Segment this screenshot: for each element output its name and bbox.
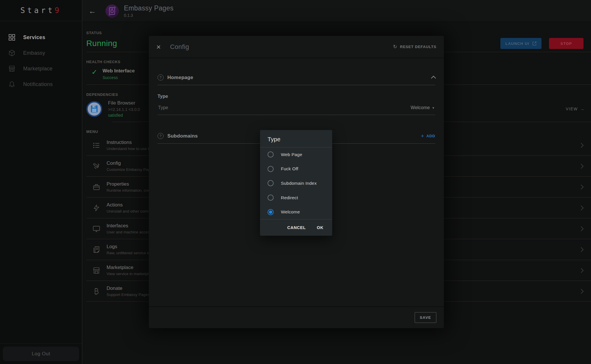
homepage-section-label: Homepage [167, 75, 193, 81]
chevron-right-icon [579, 205, 584, 210]
radio-icon [268, 166, 274, 172]
cancel-button[interactable]: CANCEL [287, 225, 306, 230]
dependency-view-link[interactable]: VIEW → [566, 107, 585, 111]
type-dialog-footer: CANCEL OK [260, 220, 332, 236]
radio-option-redirect[interactable]: Redirect [260, 191, 332, 205]
add-label: ADD [426, 134, 435, 138]
check-icon: ✓ [86, 68, 103, 80]
sidebar: Start9 Services Embassy [0, 0, 82, 364]
radio-option-label: Fuck Off [281, 166, 298, 171]
lightning-icon [86, 204, 107, 212]
logout-button[interactable]: Log Out [3, 347, 79, 361]
config-modal-header: × Config ↻ RESET DEFAULTS [149, 36, 444, 58]
caret-down-icon: ▾ [432, 106, 434, 110]
health-check-result: Success [103, 75, 135, 80]
help-icon[interactable]: ? [158, 133, 164, 139]
chevron-up-icon[interactable] [431, 76, 436, 81]
chevron-right-icon [579, 164, 584, 169]
type-group-label: Type [158, 94, 435, 99]
refresh-icon: ↻ [393, 44, 397, 50]
bitcoin-icon [86, 288, 107, 295]
logo-text: Start [21, 6, 55, 15]
type-dialog-title: Type [268, 136, 281, 142]
sidebar-nav: Services Embassy Marketplace [0, 21, 82, 91]
radio-option-label: Web Page [281, 152, 302, 157]
radio-option-fuck-off[interactable]: Fuck Off [260, 162, 332, 176]
sidebar-item-label: Marketplace [23, 66, 52, 72]
sidebar-item-services[interactable]: Services [0, 30, 82, 44]
radio-icon [268, 151, 274, 158]
type-field-value: Welcome [411, 105, 430, 110]
radio-icon [268, 180, 274, 186]
radio-icon [268, 209, 274, 215]
radio-icon [268, 195, 274, 201]
sidebar-item-label: Services [23, 34, 45, 41]
radio-option-label: Redirect [281, 195, 298, 200]
status-value: Running [86, 39, 117, 48]
type-field-label: Type [158, 105, 168, 110]
bell-icon [8, 81, 16, 88]
view-label: VIEW [566, 107, 578, 111]
app-icon [105, 4, 119, 18]
health-check-name: Web Interface [103, 68, 135, 74]
radio-option-label: Subdomain Index [281, 181, 317, 186]
status-heading: STATUS [86, 22, 591, 35]
chevron-right-icon [579, 184, 584, 189]
radio-option-label: Welcome [281, 209, 300, 215]
chevron-right-icon [579, 247, 584, 252]
app-header: ← Embassy Pages [82, 0, 591, 22]
app-title-block: Embassy Pages 0.1.3 [124, 4, 173, 18]
config-modal-title: Config [170, 43, 189, 51]
type-dialog-header: Type [260, 130, 332, 147]
chevron-right-icon [579, 226, 584, 231]
chevron-right-icon [579, 268, 584, 273]
list-icon [86, 142, 107, 149]
storefront-icon [86, 267, 107, 274]
type-options-list: Web Page Fuck Off Subdomain Index Redire… [260, 147, 332, 219]
file-browser-icon [86, 101, 102, 117]
ok-button[interactable]: OK [317, 225, 323, 230]
logo-accent: 9 [55, 6, 62, 15]
type-dialog: Type Web Page Fuck Off Subdomain Index R… [260, 130, 332, 236]
stop-button[interactable]: STOP [549, 38, 583, 49]
save-button[interactable]: SAVE [415, 312, 436, 323]
plus-icon: + [421, 133, 425, 139]
sidebar-item-label: Embassy [23, 50, 45, 56]
back-arrow-icon[interactable]: ← [89, 7, 96, 15]
sidebar-item-label: Notifications [23, 81, 53, 87]
briefcase-icon [86, 183, 107, 191]
homepage-section-header: ? Homepage [158, 74, 435, 85]
radio-option-web-page[interactable]: Web Page [260, 147, 332, 162]
chevron-right-icon [579, 143, 584, 148]
add-subdomain-button[interactable]: + ADD [421, 133, 435, 139]
help-icon[interactable]: ? [158, 74, 164, 81]
radio-option-subdomain-index[interactable]: Subdomain Index [260, 176, 332, 191]
grid-icon [8, 34, 16, 41]
launch-ui-button[interactable]: LAUNCH UI [500, 38, 541, 49]
config-modal-footer: SAVE [149, 306, 444, 328]
logs-icon [86, 246, 107, 253]
tools-icon [86, 162, 107, 170]
reset-defaults-label: RESET DEFAULTS [400, 45, 436, 49]
close-icon[interactable]: × [156, 43, 161, 51]
type-select-field[interactable]: Type Welcome ▾ [158, 101, 435, 115]
subdomains-section-label: Subdomains [167, 133, 198, 139]
storefront-icon [8, 65, 16, 72]
cube-icon [8, 49, 16, 57]
arrow-right-icon: → [580, 107, 585, 111]
monitor-icon [86, 225, 107, 233]
app-screen: Start9 Services Embassy [0, 0, 591, 364]
radio-option-welcome[interactable]: Welcome [260, 205, 332, 219]
sidebar-item-marketplace[interactable]: Marketplace [0, 62, 82, 76]
app-version: 0.1.3 [124, 13, 173, 18]
external-link-icon [532, 41, 537, 46]
sidebar-item-notifications[interactable]: Notifications [0, 77, 82, 91]
chevron-right-icon [579, 289, 584, 294]
logout-container: Log Out [0, 343, 82, 364]
start9-logo: Start9 [0, 0, 82, 21]
reset-defaults-button[interactable]: ↻ RESET DEFAULTS [393, 44, 436, 50]
sidebar-item-embassy[interactable]: Embassy [0, 46, 82, 60]
app-title: Embassy Pages [124, 4, 173, 12]
launch-ui-label: LAUNCH UI [505, 41, 529, 46]
